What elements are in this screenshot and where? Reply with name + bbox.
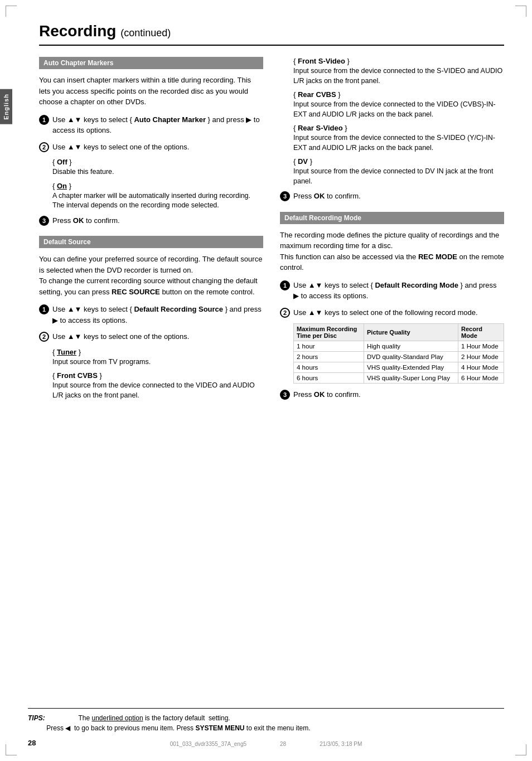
auto-chapter-step3: 3 Press OK to confirm. xyxy=(39,215,263,226)
table-cell: High quality xyxy=(364,341,458,352)
page-number: 28 xyxy=(28,739,36,747)
default-recording-header: Default Recording Mode xyxy=(280,212,504,224)
drm-step2: 2 Use ▲▼ keys to select one of the follo… xyxy=(280,307,504,318)
default-recording-section: Default Recording Mode The recording mod… xyxy=(280,212,504,400)
drm-step2-num: 2 xyxy=(280,308,290,318)
option-front-cvbs-title: { Front CVBS } xyxy=(52,371,263,380)
table-row: 6 hours VHS quality-Super Long Play 6 Ho… xyxy=(294,373,504,384)
table-cell: 4 Hour Mode xyxy=(458,362,504,373)
option-rear-cvbs-title: { Rear CVBS } xyxy=(293,90,504,99)
default-source-step1: 1 Use ▲▼ keys to select { Default Record… xyxy=(39,304,263,326)
drm-step3: 3 Press OK to confirm. xyxy=(280,389,504,400)
step1-num: 1 xyxy=(39,115,49,125)
source-step3-num: 3 xyxy=(280,191,290,201)
two-column-layout: Auto Chapter Markers You can insert chap… xyxy=(39,57,504,410)
step3-text: Press OK to confirm. xyxy=(52,215,263,226)
title-continued: (continued) xyxy=(120,27,171,38)
ds-step2-num: 2 xyxy=(39,332,49,342)
option-rear-svideo-title: { Rear S-Video } xyxy=(293,124,504,132)
step1-text: Use ▲▼ keys to select { Auto Chapter Mar… xyxy=(52,114,263,136)
auto-chapter-step2: 2 Use ▲▼ keys to select one of the optio… xyxy=(39,142,263,153)
footer-center: 28 xyxy=(280,741,286,747)
table-header-time: Maximum RecordingTime per Disc xyxy=(294,324,364,341)
source-options-continued: { Front S-Video } Input source from the … xyxy=(280,57,504,202)
table-row: 1 hour High quality 1 Hour Mode xyxy=(294,341,504,352)
table-cell: 6 hours xyxy=(294,373,364,384)
option-front-svideo-desc: Input source from the device connected t… xyxy=(293,66,504,86)
option-front-svideo: { Front S-Video } Input source from the … xyxy=(293,57,504,86)
option-front-cvbs: { Front CVBS } Input source from the dev… xyxy=(52,371,263,400)
option-on-title: { On } xyxy=(52,182,263,190)
option-front-svideo-title: { Front S-Video } xyxy=(293,57,504,65)
tips-underline: underlined option xyxy=(91,714,143,722)
step3-num: 3 xyxy=(39,216,49,226)
default-source-section: Default Source You can define your prefe… xyxy=(39,236,263,400)
option-rear-svideo: { Rear S-Video } Input source from the d… xyxy=(293,124,504,153)
auto-chapter-step1: 1 Use ▲▼ keys to select { Auto Chapter M… xyxy=(39,114,263,136)
option-off: { Off } Disable this feature. xyxy=(52,158,263,177)
step2-num: 2 xyxy=(39,142,49,152)
table-row: 2 hours DVD quality-Standard Play 2 Hour… xyxy=(294,352,504,362)
option-on: { On } A chapter marker will be automati… xyxy=(52,182,263,211)
corner-tl xyxy=(6,6,17,17)
option-rear-cvbs-desc: Input source from the device connected t… xyxy=(293,100,504,119)
table-cell: VHS quality-Super Long Play xyxy=(364,373,458,384)
table-row: 4 hours VHS quality-Extended Play 4 Hour… xyxy=(294,362,504,373)
ds-step1-text: Use ▲▼ keys to select { Default Recordin… xyxy=(52,304,263,326)
record-mode-table: Maximum RecordingTime per Disc Picture Q… xyxy=(293,323,504,384)
drm-step3-text: Press OK to confirm. xyxy=(293,389,504,400)
drm-step1: 1 Use ▲▼ keys to select { Default Record… xyxy=(280,280,504,302)
option-off-title: { Off } xyxy=(52,158,263,166)
option-rear-svideo-desc: Input source from the device connected t… xyxy=(293,133,504,153)
drm-step1-text: Use ▲▼ keys to select { Default Recordin… xyxy=(293,280,504,302)
step2-text: Use ▲▼ keys to select one of the options… xyxy=(52,142,263,153)
tips-label: TIPS: xyxy=(28,714,45,722)
default-source-step2: 2 Use ▲▼ keys to select one of the optio… xyxy=(39,331,263,342)
option-tuner-desc: Input source from TV programs. xyxy=(52,357,263,367)
left-column: Auto Chapter Markers You can insert chap… xyxy=(39,57,263,410)
table-cell: 2 hours xyxy=(294,352,364,362)
option-tuner: { Tuner } Input source from TV programs. xyxy=(52,348,263,367)
page: English Recording (continued) Auto Chapt… xyxy=(0,0,532,761)
default-recording-intro: The recording mode defines the picture q… xyxy=(280,230,504,273)
source-step3-text: Press OK to confirm. xyxy=(293,191,504,202)
option-front-cvbs-desc: Input source from the device connected t… xyxy=(52,381,263,400)
corner-br xyxy=(515,744,526,755)
corner-tr xyxy=(515,6,526,17)
table-cell: 1 Hour Mode xyxy=(458,341,504,352)
ds-step1-num: 1 xyxy=(39,304,49,314)
auto-chapter-header: Auto Chapter Markers xyxy=(39,57,263,69)
source-step3: 3 Press OK to confirm. xyxy=(280,191,504,202)
table-cell: VHS quality-Extended Play xyxy=(364,362,458,373)
table-cell: 4 hours xyxy=(294,362,364,373)
table-header-mode: RecordMode xyxy=(458,324,504,341)
option-dv: { DV } Input source from the device conn… xyxy=(293,157,504,186)
default-source-intro: You can define your preferred source of … xyxy=(39,254,263,297)
option-rear-cvbs: { Rear CVBS } Input source from the devi… xyxy=(293,90,504,119)
default-source-header: Default Source xyxy=(39,236,263,248)
footer-left: 001_033_dvdr3355_37A_eng5 xyxy=(170,741,246,747)
option-dv-desc: Input source from the device connected t… xyxy=(293,167,504,186)
table-cell: 2 Hour Mode xyxy=(458,352,504,362)
title-main: Recording xyxy=(39,22,116,40)
auto-chapter-intro: You can insert chapter markers within a … xyxy=(39,75,263,108)
footer-info: 001_033_dvdr3355_37A_eng5 28 21/3/05, 3:… xyxy=(170,741,362,747)
drm-step1-num: 1 xyxy=(280,280,290,290)
option-dv-title: { DV } xyxy=(293,157,504,166)
corner-bl xyxy=(6,744,17,755)
ds-step2-text: Use ▲▼ keys to select one of the options… xyxy=(52,331,263,342)
table-cell: 1 hour xyxy=(294,341,364,352)
footer-right: 21/3/05, 3:18 PM xyxy=(320,741,362,747)
tips-bar: TIPS: The underlined option is the facto… xyxy=(28,708,504,733)
drm-step3-num: 3 xyxy=(280,390,290,400)
english-tab: English xyxy=(0,89,12,124)
auto-chapter-section: Auto Chapter Markers You can insert chap… xyxy=(39,57,263,226)
option-on-desc: A chapter marker will be automatically i… xyxy=(52,191,263,211)
right-column: { Front S-Video } Input source from the … xyxy=(280,57,504,410)
page-title: Recording (continued) xyxy=(39,22,504,46)
table-header-quality: Picture Quality xyxy=(364,324,458,341)
option-off-desc: Disable this feature. xyxy=(52,167,263,177)
tips-lines: The underlined option is the factory def… xyxy=(28,714,311,732)
table-cell: DVD quality-Standard Play xyxy=(364,352,458,362)
option-tuner-title: { Tuner } xyxy=(52,348,263,356)
